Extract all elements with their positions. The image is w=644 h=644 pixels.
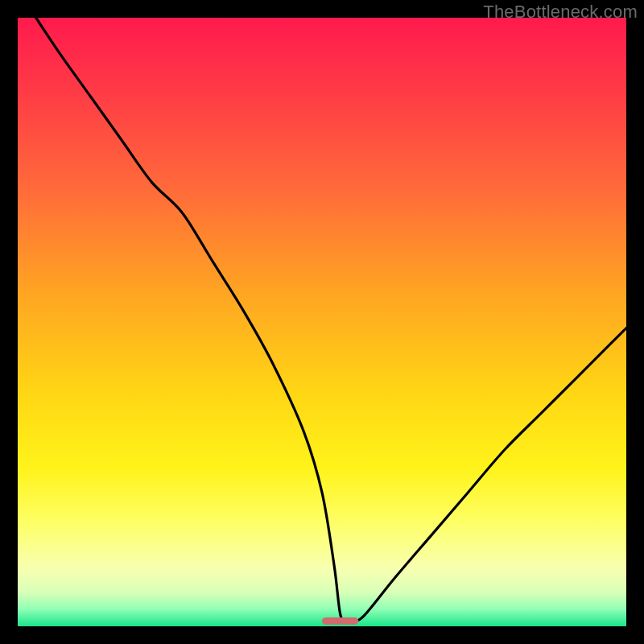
gradient-background	[18, 18, 626, 626]
optimal-marker	[322, 617, 358, 625]
chart-frame: TheBottleneck.com	[0, 0, 644, 644]
plot-area	[18, 18, 626, 626]
bottleneck-chart	[18, 18, 626, 626]
